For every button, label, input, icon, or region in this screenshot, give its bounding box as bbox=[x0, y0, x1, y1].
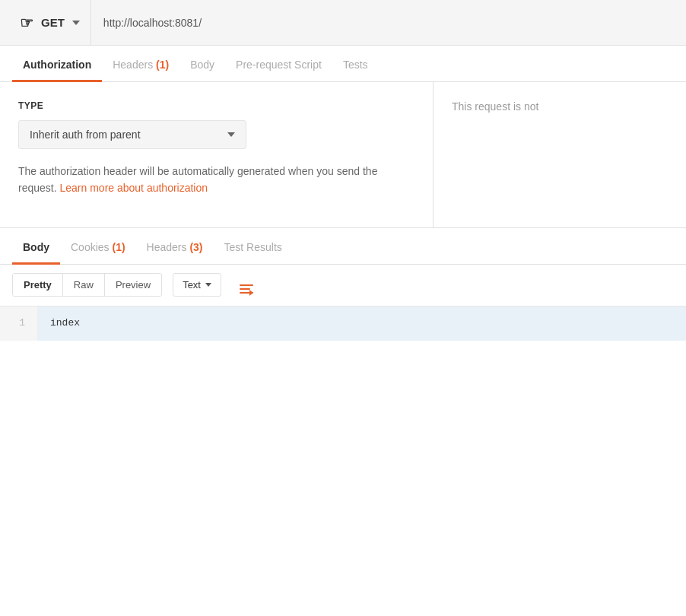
response-type-chevron-icon bbox=[205, 283, 211, 287]
response-tabs: Body Cookies (1) Headers (3) Test Result… bbox=[0, 228, 686, 265]
format-group: Pretty Raw Preview bbox=[12, 273, 162, 297]
response-tab-test-results[interactable]: Test Results bbox=[214, 232, 293, 265]
response-tab-body[interactable]: Body bbox=[12, 232, 60, 265]
format-raw-button[interactable]: Raw bbox=[63, 274, 105, 296]
response-type-value: Text bbox=[183, 279, 201, 291]
type-select-chevron-icon bbox=[227, 132, 235, 137]
tab-body[interactable]: Body bbox=[179, 49, 225, 82]
response-tab-cookies[interactable]: Cookies (1) bbox=[60, 232, 136, 265]
format-preview-button[interactable]: Preview bbox=[105, 274, 161, 296]
empty-lines bbox=[0, 341, 686, 386]
auth-right: This request is not bbox=[434, 82, 686, 227]
wrap-button[interactable] bbox=[232, 272, 261, 298]
auth-description: The authorization header will be automat… bbox=[18, 163, 399, 197]
url-input[interactable] bbox=[91, 0, 677, 45]
type-select-dropdown[interactable]: Inherit auth from parent bbox=[18, 120, 246, 149]
tab-headers[interactable]: Headers (1) bbox=[102, 49, 179, 82]
response-toolbar: Pretty Raw Preview Text bbox=[0, 265, 686, 306]
method-chevron-icon bbox=[72, 21, 80, 25]
line-number-1: 1 bbox=[0, 306, 38, 341]
response-body: 1 index bbox=[0, 306, 686, 398]
request-tabs: Authorization Headers (1) Body Pre-reque… bbox=[0, 46, 686, 82]
format-pretty-button[interactable]: Pretty bbox=[13, 274, 63, 296]
url-bar: ☞ GET bbox=[0, 0, 686, 46]
cursor-icon: ☞ bbox=[20, 14, 33, 32]
code-content-1: index bbox=[38, 306, 686, 341]
auth-learn-more-link[interactable]: Learn more about authorization bbox=[59, 182, 208, 194]
tab-tests[interactable]: Tests bbox=[332, 49, 379, 82]
type-label: TYPE bbox=[18, 100, 414, 111]
method-selector[interactable]: ☞ GET bbox=[9, 0, 91, 45]
code-line-1: 1 index bbox=[0, 306, 686, 341]
method-label: GET bbox=[41, 16, 65, 29]
response-tab-headers[interactable]: Headers (3) bbox=[136, 232, 214, 265]
auth-left: TYPE Inherit auth from parent The author… bbox=[0, 82, 434, 227]
auth-panel: TYPE Inherit auth from parent The author… bbox=[0, 82, 686, 228]
type-select-value: Inherit auth from parent bbox=[30, 129, 141, 141]
response-type-dropdown[interactable]: Text bbox=[173, 273, 221, 297]
tab-authorization[interactable]: Authorization bbox=[12, 49, 102, 82]
wrap-icon bbox=[240, 284, 253, 294]
tab-pre-request-script[interactable]: Pre-request Script bbox=[225, 49, 332, 82]
